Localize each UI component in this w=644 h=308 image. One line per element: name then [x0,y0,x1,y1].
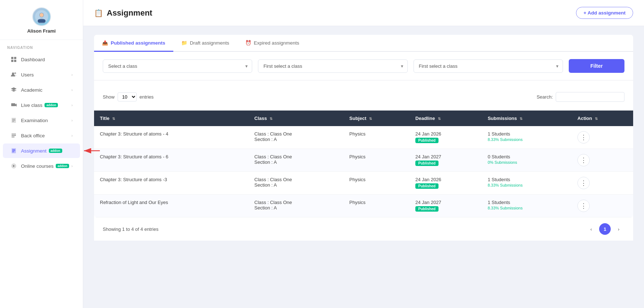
sidebar-item-dashboard-label: Dashboard [21,57,45,62]
action-menu-button-2[interactable]: ⋮ [577,177,590,189]
cell-submissions-3: 1 Students 8.33% Submissions [482,195,572,217]
page-title-row: 📋 Assignment [94,8,152,18]
examination-icon [10,117,17,124]
draft-tab-icon: 📁 [181,40,187,46]
prev-page-button[interactable]: ‹ [585,223,597,235]
avatar [32,7,51,26]
tab-published[interactable]: 📤 Published assignments [94,35,173,52]
col-submissions: Submissions ⇅ [482,111,572,126]
dashboard-icon [10,56,17,63]
cell-action-3: ⋮ [572,195,633,217]
online-courses-addon-badge: addon [56,164,69,168]
entries-select[interactable]: 10 25 50 [118,92,137,101]
table-row: Chapter 3: Structure of atoms - 6 Class … [94,149,633,172]
section-select[interactable]: First select a class [258,59,407,73]
sidebar-item-online-courses-label: Online courses [21,163,54,169]
class-sort-icon: ⇅ [270,117,272,121]
sidebar-header: Alison Frami [0,0,83,40]
deadline-sort-icon: ⇅ [438,117,441,121]
sidebar-item-users[interactable]: Users › [3,67,80,82]
table-row: Chapter 3: Structure of atoms -3 Class :… [94,172,633,195]
top-bar: 📋 Assignment + Add assignment [83,0,644,26]
sidebar-item-live-class[interactable]: Live class addon › [3,98,80,112]
cell-action-1: ⋮ [572,149,633,172]
tab-draft[interactable]: 📁 Draft assignments [173,35,237,52]
filter-button[interactable]: Filter [569,59,624,73]
online-courses-icon [10,162,17,170]
live-class-addon-badge: addon [45,103,58,107]
sidebar-item-dashboard[interactable]: Dashboard [3,52,80,67]
users-icon [10,71,17,78]
add-assignment-button[interactable]: + Add assignment [576,7,633,19]
class-select[interactable]: Select a class [103,59,252,73]
subject-select[interactable]: First select a class [414,59,563,73]
sidebar-item-back-office[interactable]: Back office › [3,128,80,143]
status-badge-3: Published [415,206,438,212]
users-chevron-icon: › [71,72,73,77]
tab-expired[interactable]: ⏰ Expired assignments [237,35,307,52]
col-action: Action ⇅ [572,111,633,126]
tabs-bar: 📤 Published assignments 📁 Draft assignme… [94,35,633,52]
cell-class-1: Class : Class One Section : A [249,149,344,172]
page-1-button[interactable]: 1 [599,223,611,235]
expired-tab-icon: ⏰ [245,40,251,46]
col-class: Class ⇅ [249,111,344,126]
entries-label: entries [140,94,154,100]
sidebar-item-assignment[interactable]: Assignment addon [3,143,80,158]
cell-subject-3: Physics [344,195,410,217]
cell-class-3: Class : Class One Section : A [249,195,344,217]
svg-point-6 [14,72,16,74]
cell-subject-1: Physics [344,149,410,172]
subject-sort-icon: ⇅ [369,117,372,121]
table-row: Chapter 3: Structure of atoms - 4 Class … [94,126,633,149]
section-select-wrap: First select a class [258,59,407,73]
svg-rect-7 [11,103,15,106]
draft-tab-label: Draft assignments [190,40,229,46]
assignment-icon [10,147,17,154]
next-page-button[interactable]: › [613,223,624,235]
table-controls: Show 10 25 50 entries Search: [94,88,633,106]
sidebar-item-examination-label: Examination [21,118,48,123]
action-menu-button-3[interactable]: ⋮ [577,200,590,212]
pagination: ‹ 1 › [585,223,624,235]
academic-chevron-icon: › [71,88,73,92]
status-badge-2: Published [415,183,438,189]
sidebar-item-examination[interactable]: Examination › [3,113,80,128]
sidebar-item-users-label: Users [21,72,34,78]
assignment-addon-badge: addon [49,149,62,153]
examination-chevron-icon: › [71,118,73,122]
subject-select-wrap: First select a class [414,59,563,73]
cell-action-2: ⋮ [572,172,633,195]
live-icon [10,101,17,109]
cell-deadline-2: 24 Jan 2026 Published [410,172,482,195]
cell-subject-2: Physics [344,172,410,195]
assignment-card: 📤 Published assignments 📁 Draft assignme… [94,35,633,241]
sidebar-item-online-courses[interactable]: Online courses addon › [3,159,80,173]
action-menu-button-1[interactable]: ⋮ [577,154,590,166]
table-header-row: Title ⇅ Class ⇅ Subject ⇅ [94,111,633,126]
sidebar-item-back-office-label: Back office [21,133,45,138]
showing-entries: Showing 1 to 4 of 4 entries [103,226,158,232]
back-office-icon [10,132,17,139]
content-area: 📤 Published assignments 📁 Draft assignme… [83,26,644,308]
sidebar-item-live-class-label: Live class [21,103,42,108]
sidebar-item-academic[interactable]: Academic › [3,83,80,97]
search-input[interactable] [556,92,624,102]
cell-subject-0: Physics [344,126,410,149]
cell-class-2: Class : Class One Section : A [249,172,344,195]
action-menu-button-0[interactable]: ⋮ [577,131,590,143]
action-sort-icon: ⇅ [595,117,598,121]
submissions-sort-icon: ⇅ [520,117,522,121]
cell-submissions-1: 0 Students 0% Submissions [482,149,572,172]
page-title: Assignment [107,8,152,18]
search-row: Search: [537,92,624,102]
table-footer: Showing 1 to 4 of 4 entries ‹ 1 › [94,217,633,241]
published-tab-label: Published assignments [111,40,165,46]
expired-tab-label: Expired assignments [254,40,299,46]
sidebar-item-academic-label: Academic [21,87,42,93]
nav-label: NAVIGATION [0,40,83,52]
svg-rect-4 [38,19,46,22]
live-class-chevron-icon: › [71,103,73,107]
cell-class-0: Class : Class One Section : A [249,126,344,149]
cell-action-0: ⋮ [572,126,633,149]
